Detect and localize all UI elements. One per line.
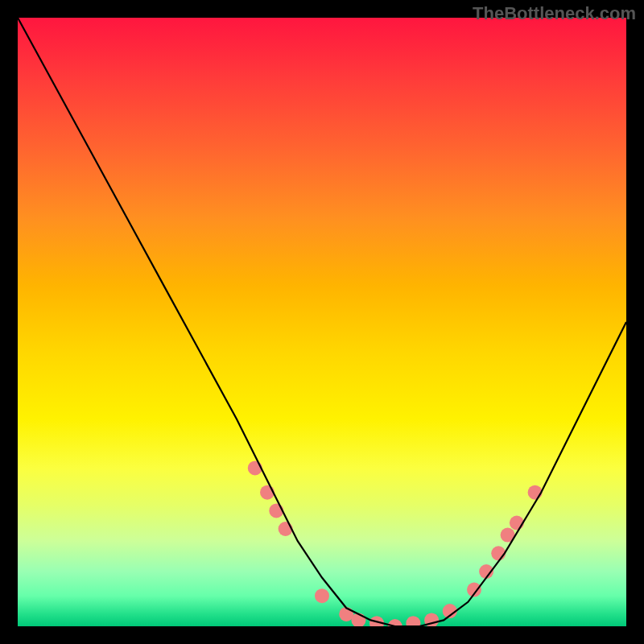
bottleneck-curve xyxy=(18,18,626,626)
plot-inner xyxy=(18,18,626,626)
marker-dot xyxy=(528,485,543,500)
marker-dot xyxy=(406,616,420,626)
chart-svg xyxy=(18,18,626,626)
marker-dot xyxy=(269,503,283,518)
marker-dot xyxy=(510,516,524,530)
marker-dot xyxy=(248,460,262,475)
plot-frame xyxy=(18,18,626,626)
marker-dot xyxy=(279,522,293,536)
marker-dots xyxy=(248,460,543,626)
marker-dot xyxy=(315,588,329,603)
watermark-text: TheBottleneck.com xyxy=(473,3,636,24)
